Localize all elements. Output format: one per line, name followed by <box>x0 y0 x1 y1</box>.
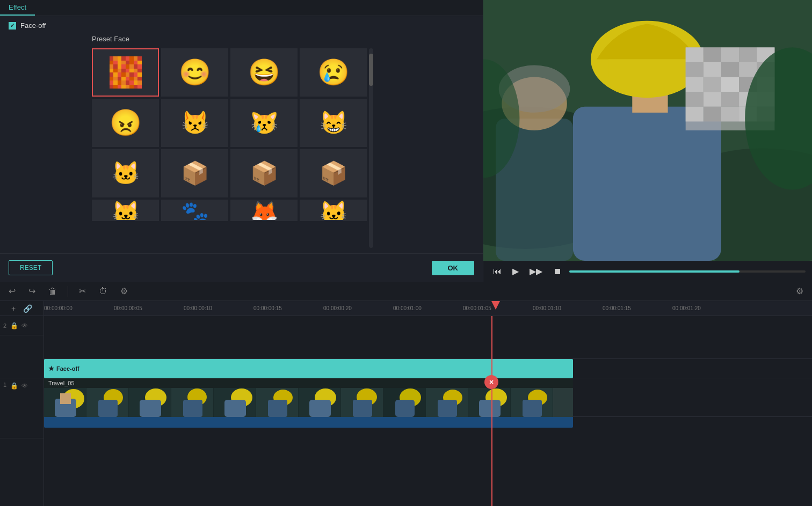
preset-cell-15[interactable]: 🐱 <box>300 200 367 221</box>
svg-rect-19 <box>704 77 721 92</box>
add-track-button[interactable]: + <box>9 303 18 314</box>
svg-rect-50 <box>183 400 202 417</box>
svg-rect-53 <box>224 400 246 417</box>
preset-cell-4[interactable]: 😠 <box>92 99 159 147</box>
tab-effect[interactable]: Effect <box>0 0 35 16</box>
emoji-partial-1: 🐱 <box>112 202 140 221</box>
preset-cell-3[interactable]: 😢 <box>300 48 367 97</box>
thumb-8 <box>341 388 383 417</box>
video-clip-label: Travel_05 <box>48 380 75 386</box>
audio-clip[interactable] <box>44 417 573 428</box>
play-button[interactable]: ▶ <box>509 265 522 277</box>
faceoff-track-row: ★ Face-off <box>44 359 812 378</box>
timer-button[interactable]: ⏱ <box>97 285 110 297</box>
ruler-mark-6: 00:00:01:05 <box>463 305 533 311</box>
bottom-buttons: RESET OK <box>0 253 483 282</box>
svg-rect-56 <box>268 400 287 417</box>
preset-cell-5[interactable]: 😾 <box>161 99 228 147</box>
eye-track-1[interactable]: 👁 <box>21 382 28 390</box>
preset-cell-0[interactable] <box>92 48 159 97</box>
thumb-2 <box>86 388 129 417</box>
lock-track-2[interactable]: 🔒 <box>10 321 19 330</box>
ok-button[interactable]: OK <box>432 261 475 275</box>
emoji-box-plain: 📦 <box>181 162 209 185</box>
svg-rect-74 <box>523 400 542 417</box>
tl-right-area: ⚙ <box>794 285 806 297</box>
emoji-wink: 😊 <box>179 60 211 85</box>
delete-button[interactable]: 🗑 <box>46 285 59 297</box>
faceoff-clip-label: Face-off <box>56 365 79 372</box>
redo-button[interactable]: ↪ <box>26 285 38 297</box>
emoji-sad: 😢 <box>317 60 350 85</box>
video-clip[interactable]: Travel_05 <box>44 378 573 417</box>
stop-button[interactable]: ⏹ <box>550 266 565 277</box>
timeline-toolbar: ↩ ↪ 🗑 ✂ ⏱ ⚙ ⚙ <box>0 282 812 301</box>
ruler-mark-8: 00:00:01:15 <box>603 305 672 311</box>
svg-rect-6 <box>608 59 686 77</box>
track-2-icons: 🔒 👁 <box>10 321 28 330</box>
video-track-row: Travel_05 <box>44 378 812 417</box>
thumb-9 <box>383 388 426 417</box>
preset-cell-11[interactable]: 📦 <box>300 149 367 197</box>
rewind-button[interactable]: ⏮ <box>490 266 505 277</box>
ruler-mark-2: 00:00:00:10 <box>184 305 253 311</box>
preset-scrollbar[interactable] <box>369 48 373 248</box>
preset-cell-1[interactable]: 😊 <box>161 48 228 97</box>
ruler-marks: 00:00:00:00 00:00:00:05 00:00:00:10 00:0… <box>44 305 812 311</box>
tab-bar: Effect <box>0 0 483 16</box>
svg-rect-18 <box>686 77 704 92</box>
ruler-mark-9: 00:00:01:20 <box>672 305 742 311</box>
video-svg <box>483 0 812 261</box>
preset-cell-8[interactable]: 🐱 <box>92 149 159 197</box>
track-label-1: 1 🔒 👁 <box>0 378 44 438</box>
reset-button[interactable]: RESET <box>9 260 53 275</box>
svg-rect-8 <box>686 47 704 62</box>
preset-cell-12[interactable]: 🐱 <box>92 200 159 221</box>
faceoff-clip[interactable]: ★ Face-off <box>44 359 573 378</box>
preset-cell-2[interactable]: 😆 <box>230 48 298 97</box>
ruler-mark-7: 00:00:01:10 <box>533 305 603 311</box>
svg-rect-10 <box>721 47 739 62</box>
svg-rect-30 <box>721 107 739 122</box>
settings-button[interactable]: ⚙ <box>794 285 806 297</box>
ruler-mark-0: 00:00:00:00 <box>44 305 114 311</box>
forward-button[interactable]: ▶▶ <box>526 265 546 277</box>
undo-button[interactable]: ↩ <box>6 285 18 297</box>
eye-track-2[interactable]: 👁 <box>21 321 28 330</box>
video-preview <box>483 0 812 261</box>
preset-cell-9[interactable]: 📦 <box>161 149 228 197</box>
emoji-angry: 😠 <box>110 110 142 136</box>
cut-button[interactable]: ✂ <box>77 285 88 297</box>
link-button[interactable]: 🔗 <box>21 303 34 314</box>
preset-cell-14[interactable]: 🦊 <box>230 200 298 221</box>
preset-cell-6[interactable]: 😿 <box>230 99 298 147</box>
svg-rect-44 <box>98 400 118 417</box>
thumb-1 <box>44 388 86 417</box>
face-off-checkbox[interactable] <box>9 22 16 30</box>
progress-bar[interactable] <box>569 270 806 273</box>
lock-track-1[interactable]: 🔒 <box>10 382 19 390</box>
right-panel: ⏮ ▶ ▶▶ ⏹ <box>483 0 812 282</box>
svg-rect-15 <box>721 62 739 77</box>
track-num-2: 2 <box>3 322 6 329</box>
svg-rect-28 <box>686 107 704 122</box>
ruler-mark-3: 00:00:00:15 <box>253 305 323 311</box>
svg-rect-71 <box>479 400 501 417</box>
svg-rect-47 <box>140 400 161 417</box>
preset-cell-10[interactable]: 📦 <box>230 149 298 197</box>
ruler-mark-5: 00:00:01:00 <box>393 305 463 311</box>
svg-rect-24 <box>704 92 721 107</box>
timeline-ruler: 00:00:00:00 00:00:00:05 00:00:00:10 00:0… <box>44 301 812 316</box>
preset-cell-7[interactable]: 😸 <box>300 99 367 147</box>
preset-cell-13[interactable]: 🐾 <box>161 200 228 221</box>
svg-rect-11 <box>739 47 757 62</box>
thumb-11 <box>468 388 511 417</box>
emoji-crying-cat: 😿 <box>250 112 278 134</box>
adjust-button[interactable]: ⚙ <box>118 285 130 297</box>
thumb-5 <box>214 388 256 417</box>
empty-track-area <box>44 316 812 359</box>
emoji-box-sad: 📦 <box>320 162 347 185</box>
svg-rect-13 <box>686 62 704 77</box>
svg-rect-20 <box>721 77 739 92</box>
svg-rect-65 <box>395 400 415 417</box>
